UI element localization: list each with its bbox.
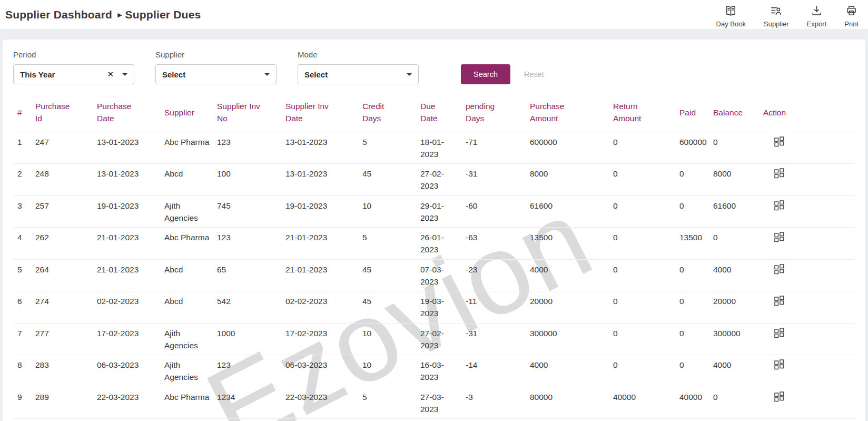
return-amount-cell: 0 [613, 323, 679, 355]
return-amount-cell: 0 [613, 164, 679, 196]
balance-cell: 0 [713, 387, 763, 419]
balance-cell: 0 [713, 228, 763, 260]
supplier-inv-date-cell: 21-01-2023 [285, 259, 362, 291]
supplier-cell: Abc Pharma [164, 132, 217, 164]
supplier-inv-date-cell: 19-01-2023 [285, 195, 362, 228]
table-row: 426221-01-2023Abc Pharma12321-01-2023526… [13, 228, 855, 260]
pending-days-cell: -31 [466, 323, 530, 355]
purchase-amount-cell: 300000 [530, 323, 613, 355]
credit-days-cell: 10 [362, 355, 420, 387]
credit-days-cell: 45 [362, 291, 420, 324]
return-amount-cell: 0 [613, 228, 679, 260]
reset-button[interactable]: Reset [524, 64, 544, 84]
chevron-down-icon[interactable] [122, 73, 127, 76]
col-purchase-amount: Purchase Amount [530, 93, 613, 132]
supplier-cell: Ajith Agencies [164, 323, 217, 355]
supplier-select[interactable]: Select [155, 64, 277, 84]
row-action-icon[interactable] [763, 355, 855, 387]
period-value: This Year [20, 70, 107, 79]
supplier-inv-date-cell: 13-01-2023 [285, 164, 362, 196]
row-action-icon[interactable] [763, 291, 855, 324]
purchase-id-cell: 248 [35, 164, 97, 196]
return-amount-cell: 0 [613, 355, 679, 387]
balance-cell: 4000 [713, 355, 763, 387]
supplier-inv-no-cell: 100 [217, 164, 285, 196]
purchase-amount-cell: 80000 [530, 387, 613, 419]
col-supplier: Supplier [164, 93, 217, 132]
supplier-inv-date-cell: 17-02-2023 [285, 323, 362, 355]
purchase-id-cell: 289 [35, 387, 97, 419]
print-icon [845, 5, 857, 20]
balance-cell: 20000 [713, 291, 763, 324]
chevron-down-icon[interactable] [264, 73, 270, 76]
row-action-icon[interactable] [763, 323, 855, 355]
pending-days-cell: -31 [466, 164, 530, 196]
due-date-cell: 29-01-2023 [420, 195, 466, 228]
period-label: Period [13, 50, 134, 59]
supplier-dues-table: # Purchase Id Purchase Date Supplier Sup… [13, 93, 855, 419]
due-date-cell: 18-01-2023 [420, 132, 466, 164]
col-purchase-id: Purchase Id [35, 93, 97, 132]
supplier-inv-no-cell: 123 [217, 355, 285, 387]
pending-days-cell: -63 [466, 228, 530, 260]
mode-value: Select [304, 70, 407, 79]
return-amount-cell: 0 [613, 195, 679, 228]
balance-cell: 8000 [713, 164, 763, 196]
purchase-date-cell: 21-01-2023 [97, 259, 164, 291]
filter-bar: Period This Year ✕ Supplier Select Mode … [13, 50, 855, 84]
balance-cell: 0 [713, 132, 763, 164]
export-button[interactable]: Export [807, 5, 827, 28]
credit-days-cell: 10 [362, 195, 420, 228]
table-header-row: # Purchase Id Purchase Date Supplier Sup… [13, 93, 855, 132]
mode-select[interactable]: Select [298, 64, 419, 84]
col-balance: Balance [713, 93, 763, 132]
clear-period-icon[interactable]: ✕ [107, 70, 114, 79]
return-amount-cell: 0 [613, 259, 679, 291]
chevron-down-icon[interactable] [407, 73, 412, 76]
purchase-id-cell: 247 [35, 132, 97, 164]
purchase-id-cell: 257 [35, 195, 97, 228]
row-action-icon[interactable] [763, 164, 855, 196]
purchase-id-cell: 283 [35, 355, 97, 387]
period-select[interactable]: This Year ✕ [13, 64, 134, 84]
top-actions: Day Book Supplier Export [716, 2, 859, 28]
credit-days-cell: 45 [362, 164, 420, 196]
supplier-cell: Abcd [164, 164, 217, 196]
supplier-inv-date-cell: 06-03-2023 [285, 355, 362, 387]
col-return-amount: Return Amount [613, 93, 679, 132]
row-index-cell: 6 [13, 291, 35, 324]
row-action-icon[interactable] [763, 195, 855, 228]
row-action-icon[interactable] [763, 387, 855, 419]
col-index: # [13, 93, 35, 132]
table-row: 124713-01-2023Abc Pharma12313-01-2023518… [13, 132, 855, 164]
print-button[interactable]: Print [844, 5, 859, 28]
supplier-button[interactable]: Supplier [764, 5, 789, 28]
row-action-icon[interactable] [763, 259, 855, 291]
breadcrumb-root[interactable]: Supplier Dashboard [5, 8, 112, 21]
row-action-icon[interactable] [763, 228, 855, 260]
purchase-amount-cell: 4000 [530, 259, 613, 291]
day-book-button[interactable]: Day Book [716, 5, 746, 28]
supplier-value: Select [162, 70, 264, 79]
purchase-id-cell: 277 [35, 323, 97, 355]
supplier-inv-no-cell: 1234 [217, 387, 285, 419]
table-row: 828306-03-2023Ajith Agencies12306-03-202… [13, 355, 855, 387]
breadcrumb-arrow-icon: ▶ [117, 12, 122, 18]
purchase-id-cell: 262 [35, 228, 97, 260]
mode-filter: Mode Select [298, 50, 419, 84]
supplier-inv-date-cell: 21-01-2023 [285, 228, 362, 260]
purchase-id-cell: 264 [35, 259, 97, 291]
paid-cell: 13500 [679, 228, 713, 260]
col-supplier-inv-date: Supplier Inv Date [285, 93, 362, 132]
day-book-icon [725, 5, 737, 20]
due-date-cell: 19-03-2023 [420, 291, 466, 324]
search-button[interactable]: Search [461, 64, 510, 84]
period-filter: Period This Year ✕ [13, 50, 134, 84]
credit-days-cell: 5 [362, 132, 420, 164]
table-row: 526421-01-2023Abcd6521-01-20234507-03-20… [13, 259, 855, 291]
export-icon [811, 5, 823, 20]
row-action-icon[interactable] [763, 132, 855, 164]
table-row: 325719-01-2023Ajith Agencies74519-01-202… [13, 195, 855, 228]
purchase-date-cell: 13-01-2023 [97, 164, 164, 196]
print-label: Print [844, 20, 859, 28]
